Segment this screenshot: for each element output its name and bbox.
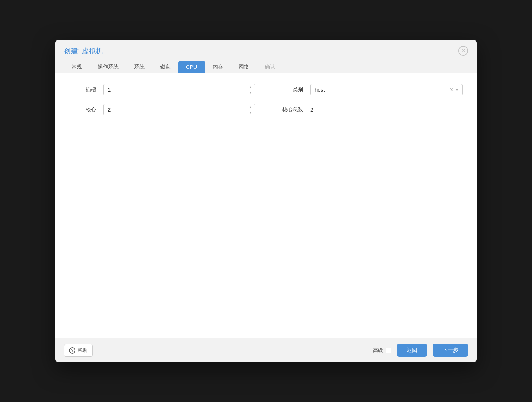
core-input[interactable] [103, 104, 255, 115]
total-cores-value: 2 [310, 107, 313, 113]
tab-bar: 常规 操作系统 系统 磁盘 CPU 内存 网络 确认 [55, 56, 477, 73]
dialog-title: 创建: 虚拟机 [64, 46, 103, 56]
core-increment-button[interactable]: ▲ [247, 105, 254, 109]
title-bar: 创建: 虚拟机 ✕ [55, 40, 477, 56]
tab-confirm: 确认 [257, 61, 283, 73]
slot-label: 插槽: [69, 86, 98, 93]
tab-disk[interactable]: 磁盘 [152, 61, 178, 73]
close-button[interactable]: ✕ [458, 46, 468, 56]
category-value: host [315, 87, 450, 93]
core-row: 核心: ▲ ▼ [69, 104, 255, 115]
help-label: 帮助 [78, 347, 87, 354]
close-icon: ✕ [461, 48, 466, 54]
tab-system[interactable]: 系统 [126, 61, 152, 73]
footer-left: ? 帮助 [64, 344, 93, 357]
tab-memory[interactable]: 内存 [205, 61, 231, 73]
advanced-checkbox[interactable] [386, 348, 391, 353]
core-input-wrapper: ▲ ▼ [103, 104, 255, 115]
total-cores-row: 核心总数: 2 [277, 104, 463, 115]
total-cores-label: 核心总数: [277, 106, 305, 113]
slot-increment-button[interactable]: ▲ [247, 85, 254, 89]
tab-network[interactable]: 网络 [231, 61, 257, 73]
slot-input[interactable] [103, 84, 255, 95]
advanced-text: 高级 [373, 347, 383, 354]
category-row: 类别: host ✕ ▾ [277, 84, 463, 95]
back-button[interactable]: 返回 [397, 344, 427, 357]
tab-cpu[interactable]: CPU [178, 61, 205, 73]
advanced-label: 高级 [373, 347, 391, 354]
up-arrow-icon-core: ▲ [249, 105, 252, 109]
category-clear-icon[interactable]: ✕ [450, 87, 454, 93]
down-arrow-icon-core: ▼ [249, 110, 252, 114]
tab-general[interactable]: 常规 [64, 61, 90, 73]
dialog: 创建: 虚拟机 ✕ 常规 操作系统 系统 磁盘 CPU 内存 网络 确认 插槽:… [55, 40, 477, 362]
core-spinner: ▲ ▼ [247, 105, 254, 115]
content-area: 插槽: ▲ ▼ 类别: host [55, 73, 477, 338]
footer-right: 高级 返回 下一步 [373, 344, 468, 357]
category-label: 类别: [277, 86, 305, 93]
slot-input-wrapper: ▲ ▼ [103, 84, 255, 95]
footer: ? 帮助 高级 返回 下一步 [55, 338, 477, 362]
next-button[interactable]: 下一步 [433, 344, 468, 357]
tab-os[interactable]: 操作系统 [90, 61, 126, 73]
core-decrement-button[interactable]: ▼ [247, 110, 254, 115]
up-arrow-icon: ▲ [249, 85, 252, 89]
slot-spinner: ▲ ▼ [247, 85, 254, 95]
core-label: 核心: [69, 106, 98, 113]
slot-row: 插槽: ▲ ▼ [69, 84, 255, 95]
category-dropdown[interactable]: host ✕ ▾ [310, 84, 463, 95]
form-grid: 插槽: ▲ ▼ 类别: host [69, 84, 463, 115]
help-icon: ? [69, 347, 75, 354]
down-arrow-icon: ▼ [249, 91, 252, 94]
slot-decrement-button[interactable]: ▼ [247, 90, 254, 95]
category-arrow-icon: ▾ [456, 87, 458, 92]
help-button[interactable]: ? 帮助 [64, 344, 93, 357]
